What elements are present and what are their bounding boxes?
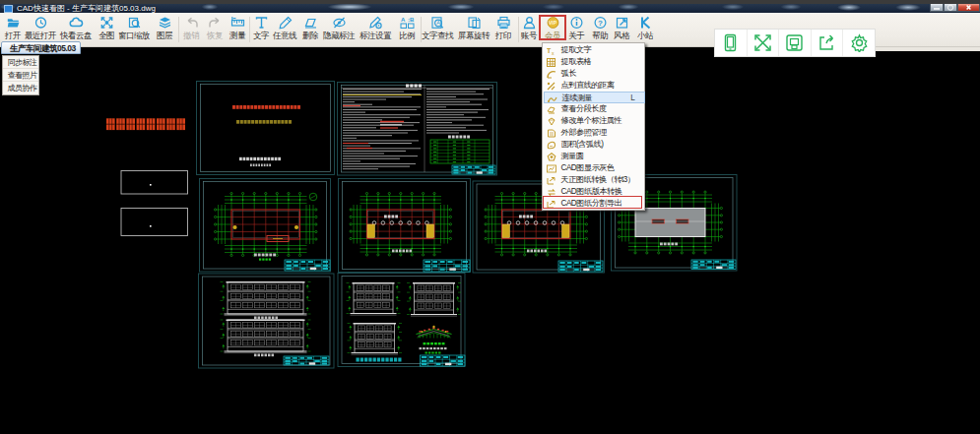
svg-text:?: ? xyxy=(598,19,603,28)
svg-text:A: A xyxy=(401,17,406,23)
svg-text:x: x xyxy=(552,50,555,55)
svg-text:A: A xyxy=(436,20,440,26)
svg-text::B: :B xyxy=(408,17,415,23)
